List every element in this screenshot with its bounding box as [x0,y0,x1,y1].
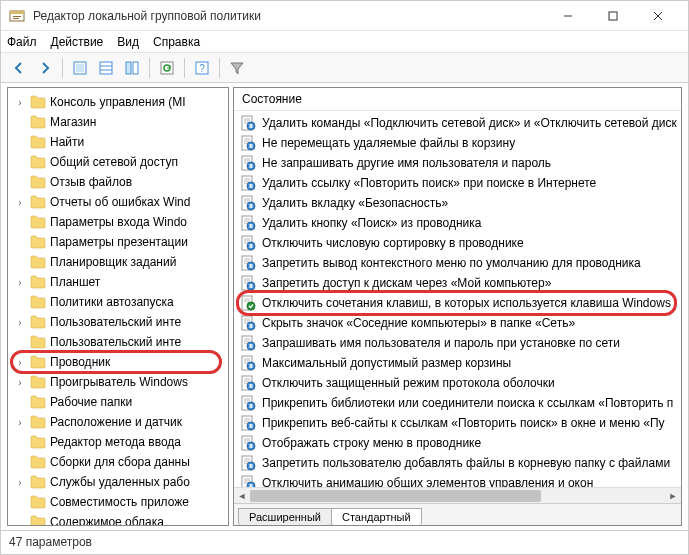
list-item[interactable]: Отключить числовую сортировку в проводни… [234,233,681,253]
list-item[interactable]: Прикрепить библиотеки или соединители по… [234,393,681,413]
list-item[interactable]: Скрыть значок «Соседние компьютеры» в па… [234,313,681,333]
up-button[interactable] [68,56,92,80]
tree-pane[interactable]: ›Консоль управления (MIМагазинНайтиОбщий… [7,87,229,526]
folder-icon [30,335,46,349]
filter-button[interactable] [225,56,249,80]
tree-item[interactable]: Пользовательский инте [8,332,228,352]
list-item[interactable]: Отображать строку меню в проводнике [234,433,681,453]
list-item[interactable]: Не запрашивать другие имя пользователя и… [234,153,681,173]
list-item[interactable]: Максимальный допустимый размер корзины [234,353,681,373]
tree-item[interactable]: ›Проигрыватель Windows [8,372,228,392]
list-item[interactable]: Прикрепить веб-сайты к ссылкам «Повторит… [234,413,681,433]
list-body[interactable]: Удалить команды «Подключить сетевой диск… [234,111,681,487]
folder-icon [30,235,46,249]
policy-icon [240,335,256,351]
tree-item[interactable]: ›Расположение и датчик [8,412,228,432]
svg-rect-14 [133,62,138,74]
folder-icon [30,275,46,289]
forward-button[interactable] [33,56,57,80]
window-title: Редактор локальной групповой политики [33,9,545,23]
folder-icon [30,115,46,129]
tree-item[interactable]: Найти [8,132,228,152]
tree-item[interactable]: ›Проводник [8,352,228,372]
list-header[interactable]: Состояние [234,88,681,111]
folder-icon [30,315,46,329]
tree-item-label: Проигрыватель Windows [50,375,188,389]
expand-icon[interactable]: › [14,357,26,368]
list-item-label: Удалить кнопку «Поиск» из проводника [262,216,481,230]
expand-icon[interactable]: › [14,97,26,108]
tree-item[interactable]: Общий сетевой доступ [8,152,228,172]
svg-rect-36 [250,164,253,168]
svg-rect-54 [250,224,253,228]
tree-item[interactable]: ›Планшет [8,272,228,292]
expand-icon[interactable]: › [14,317,26,328]
svg-rect-42 [250,184,253,188]
minimize-button[interactable] [545,2,590,30]
tree-item[interactable]: Редактор метода ввода [8,432,228,452]
tree-item-label: Пользовательский инте [50,335,181,349]
tree-item[interactable]: Совместимость приложе [8,492,228,512]
list-item[interactable]: Удалить кнопку «Поиск» из проводника [234,213,681,233]
scroll-track[interactable] [250,488,665,504]
list-view-button[interactable] [94,56,118,80]
list-item[interactable]: Отключить сочетания клавиш, в которых ис… [234,293,681,313]
tree-item[interactable]: Планировщик заданий [8,252,228,272]
expand-icon[interactable]: › [14,377,26,388]
maximize-button[interactable] [590,2,635,30]
menu-help[interactable]: Справка [153,35,200,49]
list-item[interactable]: Отключить защищенный режим протокола обо… [234,373,681,393]
folder-icon [30,515,46,526]
scroll-left-button[interactable]: ◄ [234,488,250,504]
tree-item[interactable]: Сборки для сбора данны [8,452,228,472]
list-item[interactable]: Удалить ссылку «Повторить поиск» при пои… [234,173,681,193]
list-item[interactable]: Отключить анимацию общих элементов управ… [234,473,681,487]
toolbar-separator [62,58,63,78]
tree-item-label: Магазин [50,115,96,129]
tree-item[interactable]: ›Консоль управления (MI [8,92,228,112]
menu-action[interactable]: Действие [51,35,104,49]
tree-item[interactable]: Параметры входа Windo [8,212,228,232]
statusbar: 47 параметров [1,530,688,552]
tree-item[interactable]: Политики автозапуска [8,292,228,312]
list-item-label: Запрашивать имя пользователя и пароль пр… [262,336,620,350]
help-button[interactable]: ? [190,56,214,80]
tree-item[interactable]: Рабочие папки [8,392,228,412]
tab-standard[interactable]: Стандартный [331,508,422,525]
tree-item[interactable]: ›Службы удаленных рабо [8,472,228,492]
back-button[interactable] [7,56,31,80]
tree-item[interactable]: Параметры презентации [8,232,228,252]
expand-icon[interactable]: › [14,417,26,428]
tree-item[interactable]: Отзыв файлов [8,172,228,192]
list-item[interactable]: Удалить команды «Подключить сетевой диск… [234,113,681,133]
tree-item[interactable]: ›Отчеты об ошибках Wind [8,192,228,212]
tree-item-label: Отчеты об ошибках Wind [50,195,190,209]
list-item[interactable]: Запрашивать имя пользователя и пароль пр… [234,333,681,353]
list-item[interactable]: Запретить пользователю добавлять файлы в… [234,453,681,473]
policy-icon [240,135,256,151]
svg-rect-9 [76,64,84,72]
svg-rect-112 [250,424,253,428]
tab-extended[interactable]: Расширенный [238,508,332,525]
tree-item[interactable]: Магазин [8,112,228,132]
refresh-button[interactable] [155,56,179,80]
list-item[interactable]: Запретить доступ к дискам через «Мой ком… [234,273,681,293]
scroll-right-button[interactable]: ► [665,488,681,504]
expand-icon[interactable]: › [14,277,26,288]
expand-icon[interactable]: › [14,477,26,488]
list-item-label: Прикрепить веб-сайты к ссылкам «Повторит… [262,416,665,430]
horizontal-scrollbar[interactable]: ◄ ► [234,487,681,503]
list-item[interactable]: Запретить вывод контекстного меню по умо… [234,253,681,273]
menu-view[interactable]: Вид [117,35,139,49]
tree-item[interactable]: ›Пользовательский инте [8,312,228,332]
expand-icon[interactable]: › [14,197,26,208]
list-item[interactable]: Удалить вкладку «Безопасность» [234,193,681,213]
policy-icon [240,115,256,131]
tree-item[interactable]: Содержимое облака [8,512,228,526]
close-button[interactable] [635,2,680,30]
folder-icon [30,255,46,269]
detail-view-button[interactable] [120,56,144,80]
menu-file[interactable]: Файл [7,35,37,49]
list-item[interactable]: Не перемещать удаляемые файлы в корзину [234,133,681,153]
scroll-thumb[interactable] [250,490,541,502]
